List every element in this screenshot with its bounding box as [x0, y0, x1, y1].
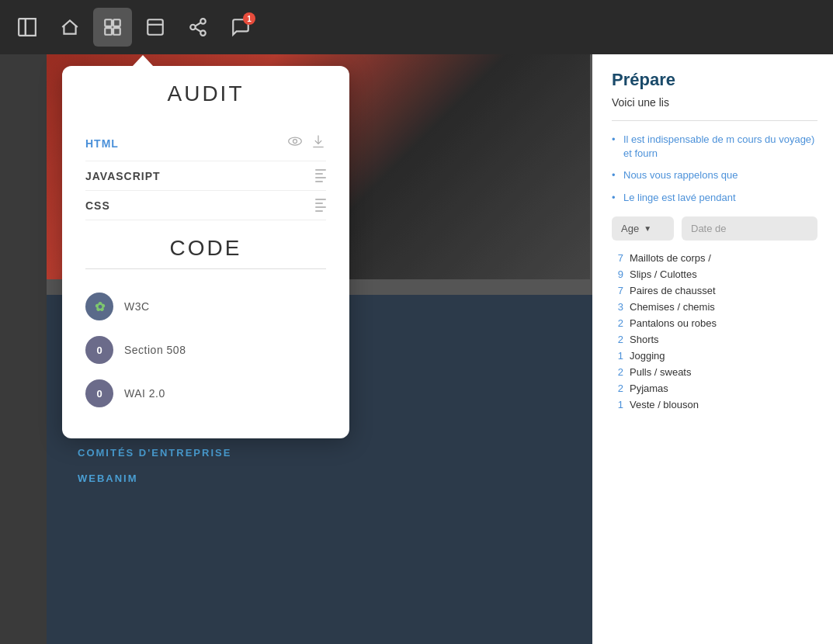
item-num: 3	[612, 301, 623, 313]
hamburger-line	[315, 206, 326, 208]
svg-rect-2	[113, 19, 120, 26]
item-row: 3Chemises / chemis	[612, 301, 817, 313]
item-num: 9	[612, 268, 623, 280]
date-filter-label: Date de	[691, 223, 727, 234]
hamburger-line	[315, 181, 323, 182]
age-filter[interactable]: Age ▼	[612, 216, 674, 241]
item-row: 2Pulls / sweats	[612, 366, 817, 378]
items-list: 7Maillots de corps / 9Slips / Culottes 7…	[612, 252, 817, 410]
item-text: Pulls / sweats	[630, 366, 691, 378]
filter-row: Age ▼ Date de	[612, 216, 817, 241]
item-row: 2Shorts	[612, 334, 817, 345]
item-row: 2Pantalons ou robes	[612, 317, 817, 329]
svg-point-8	[200, 30, 206, 36]
item-row: 2Pyjamas	[612, 383, 817, 394]
download-icon[interactable]	[311, 133, 326, 153]
right-panel-title: Prépare	[612, 70, 817, 90]
section508-label: Section 508	[124, 344, 186, 356]
css-label: CSS	[85, 199, 315, 212]
svg-rect-3	[105, 28, 112, 35]
css-icons	[315, 199, 326, 212]
svg-rect-5	[148, 19, 163, 35]
javascript-label: JAVASCRIPT	[85, 170, 315, 182]
hamburger-icon-css[interactable]	[315, 199, 326, 212]
bullet-2: Nous vous rappelons que	[612, 168, 817, 182]
enterprise-title: COMITÉS D'ENTREPRISE	[78, 447, 590, 459]
notifications-btn[interactable]: 1	[221, 8, 260, 47]
item-row: 7Paires de chausset	[612, 285, 817, 296]
item-text: Veste / blouson	[630, 399, 699, 410]
item-text: Jogging	[630, 350, 665, 362]
item-row: 1Veste / blouson	[612, 399, 817, 410]
right-panel: Prépare Voici une lis Il est indispensab…	[592, 54, 833, 644]
item-num: 2	[612, 383, 623, 394]
svg-point-7	[190, 25, 196, 30]
item-text: Paires de chausset	[630, 285, 716, 296]
item-num: 7	[612, 285, 623, 296]
right-divider	[612, 120, 817, 121]
age-filter-label: Age	[621, 223, 639, 234]
bullet-3: Le linge est lavé pendant	[612, 191, 817, 205]
code-divider	[85, 268, 326, 269]
w3c-badge: ✿	[85, 293, 113, 320]
svg-point-10	[293, 140, 297, 144]
components-btn[interactable]	[93, 8, 132, 47]
item-num: 7	[612, 252, 623, 264]
svg-point-6	[200, 19, 206, 24]
toolbar: 1	[0, 0, 833, 54]
item-text: Maillots de corps /	[630, 252, 711, 264]
w3c-item[interactable]: ✿ W3C	[85, 285, 326, 328]
svg-rect-0	[19, 19, 26, 36]
bullet-1: Il est indispensable de m cours du voyag…	[612, 133, 817, 161]
hamburger-icon[interactable]	[315, 169, 326, 182]
item-num: 1	[612, 399, 623, 410]
w3c-label: W3C	[124, 300, 150, 313]
wai-label: WAI 2.0	[124, 387, 165, 400]
item-text: Shorts	[630, 334, 659, 345]
popup-arrow	[132, 55, 154, 67]
item-num: 2	[612, 317, 623, 329]
audit-panel: AUDIT HTML JAVA	[62, 66, 349, 438]
section508-item[interactable]: 0 Section 508	[85, 328, 326, 372]
wai-item[interactable]: 0 WAI 2.0	[85, 372, 326, 415]
html-row: HTML	[85, 126, 326, 161]
wai-badge: 0	[85, 379, 113, 407]
main-area: PLAN DU SITE Plan du site Séjours Coloni…	[0, 54, 833, 644]
item-num: 2	[612, 366, 623, 378]
hamburger-line	[315, 203, 323, 204]
section508-badge: 0	[85, 336, 113, 364]
home-btn[interactable]	[50, 8, 89, 47]
svg-rect-1	[105, 19, 112, 26]
svg-point-9	[289, 137, 302, 145]
right-panel-subtitle: Voici une lis	[612, 96, 817, 109]
item-num: 1	[612, 350, 623, 362]
pages-btn[interactable]	[136, 8, 175, 47]
hamburger-line	[315, 173, 323, 175]
eye-icon[interactable]	[287, 133, 303, 153]
item-text: Chemises / chemis	[630, 301, 715, 313]
hamburger-line	[315, 169, 326, 171]
javascript-icons	[315, 169, 326, 182]
chevron-down-icon: ▼	[644, 224, 651, 233]
item-row: 1Jogging	[612, 350, 817, 362]
svg-rect-4	[113, 28, 120, 35]
item-num: 2	[612, 334, 623, 345]
item-row: 9Slips / Culottes	[612, 268, 817, 280]
javascript-row: JAVASCRIPT	[85, 161, 326, 191]
sidebar-toggle-btn[interactable]	[8, 8, 47, 47]
hamburger-line	[315, 210, 323, 212]
html-label: HTML	[85, 137, 287, 150]
hamburger-line	[315, 177, 326, 178]
w3c-star-icon: ✿	[95, 299, 105, 314]
css-row: CSS	[85, 191, 326, 220]
sidebar-strip	[0, 54, 47, 644]
share-btn[interactable]	[179, 8, 217, 47]
panel-title: AUDIT	[85, 81, 326, 106]
date-filter[interactable]: Date de	[682, 216, 817, 241]
hamburger-line	[315, 199, 326, 200]
code-section-title: CODE	[85, 236, 326, 261]
item-text: Pantalons ou robes	[630, 317, 717, 329]
webanim-title: WEBANIM	[78, 473, 590, 484]
item-text: Pyjamas	[630, 383, 668, 394]
html-icons	[287, 133, 326, 153]
